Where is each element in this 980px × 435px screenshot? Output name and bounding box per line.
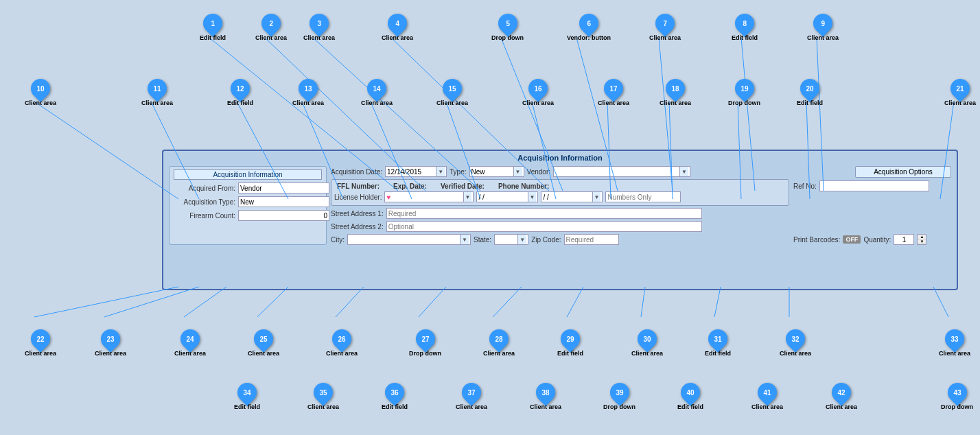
acq-options-button[interactable]: Acquisition Options: [855, 166, 951, 178]
bubble-label-19: Drop down: [728, 99, 760, 106]
bubble-label-9: Client area: [807, 34, 839, 41]
bubble-circle-9: 9: [809, 10, 837, 37]
type-value: New: [471, 168, 485, 176]
bubble-15: 15 Client area: [436, 79, 468, 106]
bubble-label-20: Edit field: [797, 99, 823, 106]
quantity-spinner[interactable]: ▲ ▼: [917, 234, 926, 245]
bubble-3: 3 Client area: [303, 14, 335, 41]
quantity-input[interactable]: [894, 234, 914, 245]
bubble-9: 9 Client area: [807, 14, 839, 41]
bubble-circle-5: 5: [494, 10, 522, 37]
bubble-circle-42: 42: [828, 379, 855, 406]
bubble-31: 31 Edit field: [705, 329, 731, 357]
phone-number-label: Phone Number:: [498, 183, 549, 190]
bubble-circle-21: 21: [946, 75, 974, 102]
verified-date-value: / /: [543, 193, 548, 201]
bubble-20: 20 Edit field: [797, 79, 823, 106]
bubble-42: 42 Client area: [826, 383, 857, 410]
street2-input[interactable]: [386, 221, 702, 232]
verified-date-dropdown[interactable]: / / ▼: [541, 191, 603, 202]
bubble-circle-40: 40: [677, 379, 704, 406]
bubble-label-26: Client area: [326, 350, 358, 357]
bubble-circle-37: 37: [458, 379, 485, 406]
quantity-label: Quantity:: [863, 236, 891, 244]
bubble-27: 27 Drop down: [409, 329, 441, 357]
state-dropdown[interactable]: ▼: [494, 234, 528, 245]
acq-date-value: 12/14/2015: [387, 168, 421, 176]
heart-icon: ♥: [386, 193, 390, 201]
bubble-label-29: Edit field: [557, 350, 583, 357]
bubble-circle-30: 30: [633, 325, 661, 353]
left-section-title: Acquisition Information: [174, 169, 322, 180]
bubble-circle-36: 36: [381, 379, 408, 406]
state-label: State:: [474, 236, 491, 244]
bubble-label-1: Edit field: [200, 34, 226, 41]
bubble-circle-14: 14: [363, 75, 390, 102]
exp-date-label: Exp. Date:: [393, 183, 427, 190]
bubble-circle-13: 13: [294, 75, 322, 102]
bubble-label-7: Client area: [649, 34, 681, 41]
bubble-circle-18: 18: [662, 75, 689, 102]
bubble-circle-34: 34: [233, 379, 261, 406]
bubble-label-14: Client area: [361, 99, 393, 106]
bubble-label-39: Drop down: [603, 403, 635, 410]
bubble-label-42: Client area: [826, 403, 857, 410]
bubble-label-27: Drop down: [409, 350, 441, 357]
acq-date-dropdown[interactable]: 12/14/2015 ▼: [385, 166, 447, 177]
exp-date-dropdown[interactable]: / / ▼: [476, 191, 538, 202]
middle-section: Acquisition Date: 12/14/2015 ▼ Type: New…: [331, 166, 789, 245]
bubble-circle-4: 4: [384, 10, 411, 37]
bubble-label-17: Client area: [598, 99, 629, 106]
firearm-count-input[interactable]: [238, 210, 329, 221]
bubble-label-4: Client area: [382, 34, 413, 41]
ref-no-label: Ref No:: [793, 183, 817, 190]
license-holder-dropdown[interactable]: ♥ ▼: [384, 191, 474, 202]
bubble-label-11: Client area: [141, 99, 173, 106]
bubble-43: 43 Drop down: [941, 383, 973, 410]
bubble-8: 8 Edit field: [732, 14, 758, 41]
bubble-14: 14 Client area: [361, 79, 393, 106]
vendor-label: Vendor:: [527, 168, 550, 176]
ref-no-input[interactable]: [819, 180, 929, 191]
bubble-label-40: Edit field: [677, 403, 703, 410]
bubble-26: 26 Client area: [326, 329, 358, 357]
vendor-dropdown[interactable]: ▼: [553, 166, 690, 177]
acquisition-type-label: Acquisition Type:: [174, 198, 235, 206]
phone-number-input[interactable]: [605, 191, 681, 202]
bubble-36: 36 Edit field: [382, 383, 408, 410]
bubble-label-25: Client area: [248, 350, 279, 357]
bubble-28: 28 Client area: [483, 329, 515, 357]
bubble-label-28: Client area: [483, 350, 515, 357]
acquired-from-label: Acquired From:: [174, 185, 235, 192]
spin-down-button[interactable]: ▼: [918, 239, 926, 244]
street1-input[interactable]: [386, 208, 702, 219]
bubble-label-18: Client area: [660, 99, 691, 106]
city-dropdown[interactable]: ▼: [347, 234, 471, 245]
bubble-label-2: Client area: [255, 34, 287, 41]
acquired-from-input[interactable]: [238, 183, 329, 193]
type-dropdown[interactable]: New ▼: [469, 166, 524, 177]
bubble-label-24: Client area: [174, 350, 206, 357]
bubble-label-12: Edit field: [227, 99, 253, 106]
bubble-circle-38: 38: [532, 379, 559, 406]
bubble-circle-17: 17: [600, 75, 627, 102]
barcode-toggle[interactable]: OFF: [843, 235, 861, 244]
verified-date-label: Verified Date:: [441, 183, 485, 190]
zipcode-input[interactable]: [564, 234, 619, 245]
bubble-18: 18 Client area: [660, 79, 691, 106]
bubble-22: 22 Client area: [25, 329, 56, 357]
bubble-35: 35 Client area: [307, 383, 339, 410]
bubble-label-21: Client area: [944, 99, 976, 106]
bubble-circle-19: 19: [731, 75, 758, 102]
bubble-21: 21 Client area: [944, 79, 976, 106]
bubble-30: 30 Client area: [631, 329, 663, 357]
bubble-38: 38 Client area: [530, 383, 561, 410]
acquisition-type-input[interactable]: [238, 196, 329, 207]
bubble-label-10: Client area: [25, 99, 56, 106]
bubble-circle-39: 39: [606, 379, 633, 406]
svg-line-26: [419, 287, 446, 317]
bubble-label-31: Edit field: [705, 350, 731, 357]
vendor-arrow: ▼: [679, 167, 688, 176]
spin-up-button[interactable]: ▲: [918, 235, 926, 239]
bubble-circle-43: 43: [944, 379, 971, 406]
